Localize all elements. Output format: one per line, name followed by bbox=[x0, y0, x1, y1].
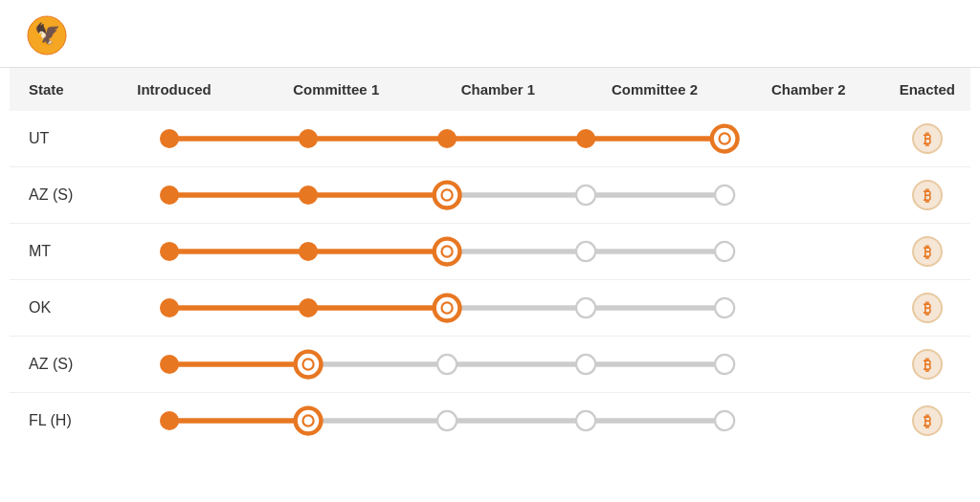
svg-point-7 bbox=[300, 130, 317, 147]
svg-point-9 bbox=[577, 130, 594, 147]
svg-point-26 bbox=[161, 243, 178, 260]
btc-icon: ₿ bbox=[912, 236, 943, 267]
progress-cell bbox=[96, 224, 883, 280]
logo-area: 🦅 bbox=[27, 15, 77, 55]
table-row: UT ₿ bbox=[10, 111, 970, 167]
state-cell: OK bbox=[10, 280, 96, 337]
svg-point-48 bbox=[303, 359, 314, 369]
enacted-cell: ₿ bbox=[884, 393, 970, 449]
header: 🦅 bbox=[0, 0, 980, 68]
col-committee2: Committee 2 bbox=[576, 68, 733, 111]
page: 🦅 State Introduced Committee 1 Chamber 1 bbox=[0, 0, 980, 502]
btc-icon: ₿ bbox=[912, 123, 943, 154]
table-container: State Introduced Committee 1 Chamber 1 C… bbox=[0, 68, 980, 502]
btc-icon: ₿ bbox=[912, 405, 943, 436]
table-row: AZ (S) ₿ bbox=[10, 167, 970, 224]
main-table: State Introduced Committee 1 Chamber 1 C… bbox=[10, 68, 970, 448]
state-cell: MT bbox=[10, 224, 96, 280]
svg-point-39 bbox=[442, 302, 453, 313]
btc-icon: ₿ bbox=[912, 293, 943, 323]
state-cell: FL (H) bbox=[10, 393, 96, 449]
svg-point-17 bbox=[300, 186, 317, 204]
svg-point-29 bbox=[442, 246, 453, 256]
svg-point-58 bbox=[303, 416, 314, 426]
svg-point-8 bbox=[438, 130, 456, 147]
enacted-cell: ₿ bbox=[884, 280, 970, 337]
svg-point-30 bbox=[576, 242, 595, 261]
logo-icon: 🦅 bbox=[27, 15, 67, 55]
header-title bbox=[949, 23, 953, 48]
progress-cell bbox=[96, 337, 883, 393]
enacted-cell: ₿ bbox=[884, 111, 970, 167]
btc-icon: ₿ bbox=[912, 349, 943, 380]
enacted-cell: ₿ bbox=[884, 224, 970, 280]
col-committee1: Committee 1 bbox=[253, 68, 420, 111]
table-body: UT ₿ AZ (S) ₿ MT ₿ OK ₿ AZ (S) ₿ FL (H) … bbox=[10, 111, 970, 448]
svg-point-40 bbox=[576, 298, 595, 317]
svg-point-11 bbox=[720, 133, 730, 143]
col-enacted: Enacted bbox=[884, 68, 970, 111]
progress-cell bbox=[96, 167, 883, 224]
btc-icon: ₿ bbox=[912, 180, 943, 210]
table-row: AZ (S) ₿ bbox=[10, 337, 970, 393]
table-row: MT ₿ bbox=[10, 224, 970, 280]
svg-point-60 bbox=[576, 411, 595, 430]
svg-point-27 bbox=[300, 243, 317, 260]
svg-point-36 bbox=[161, 299, 178, 316]
col-introduced: Introduced bbox=[96, 68, 253, 111]
col-state: State bbox=[10, 68, 96, 111]
svg-point-21 bbox=[715, 186, 734, 205]
svg-point-6 bbox=[161, 130, 178, 147]
progress-cell bbox=[96, 393, 883, 449]
state-cell: AZ (S) bbox=[10, 337, 96, 393]
svg-point-50 bbox=[576, 355, 595, 374]
svg-point-46 bbox=[161, 356, 178, 373]
svg-point-31 bbox=[715, 242, 734, 261]
table-header: State Introduced Committee 1 Chamber 1 C… bbox=[10, 68, 970, 111]
svg-point-49 bbox=[437, 355, 457, 374]
svg-point-51 bbox=[715, 355, 734, 374]
state-cell: UT bbox=[10, 111, 96, 167]
svg-point-61 bbox=[715, 411, 734, 430]
table-row: OK ₿ bbox=[10, 280, 970, 337]
svg-text:🦅: 🦅 bbox=[34, 21, 61, 47]
progress-cell bbox=[96, 280, 883, 337]
enacted-cell: ₿ bbox=[884, 167, 970, 224]
col-chamber1: Chamber 1 bbox=[420, 68, 577, 111]
state-cell: AZ (S) bbox=[10, 167, 96, 224]
svg-point-56 bbox=[161, 412, 178, 429]
table-row: FL (H) ₿ bbox=[10, 393, 970, 449]
svg-point-16 bbox=[161, 186, 178, 204]
svg-point-59 bbox=[437, 411, 457, 430]
svg-point-20 bbox=[576, 186, 595, 205]
enacted-cell: ₿ bbox=[884, 337, 970, 393]
svg-point-41 bbox=[715, 298, 734, 317]
progress-cell bbox=[96, 111, 883, 167]
svg-point-37 bbox=[300, 299, 317, 316]
svg-point-19 bbox=[442, 189, 453, 200]
col-chamber2: Chamber 2 bbox=[733, 68, 884, 111]
